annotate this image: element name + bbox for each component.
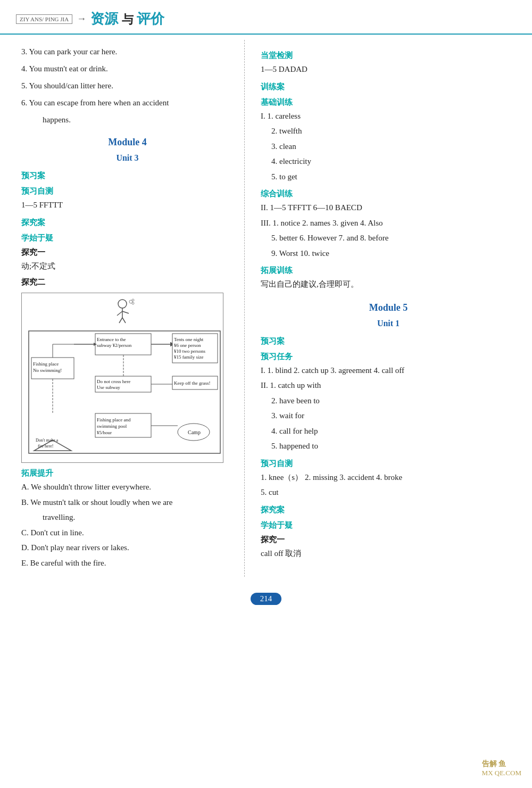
explore1-label: 探究一 [21, 247, 234, 258]
svg-text:¥15 family size: ¥15 family size [174, 354, 204, 360]
lianxi-label: 训练案 [261, 82, 516, 92]
svg-line-5 [122, 318, 126, 323]
svg-text:swimming pool: swimming pool [97, 424, 127, 429]
title-black: 评价 [137, 11, 164, 27]
explore2-1-content: call off 取消 [261, 547, 516, 561]
header-arrow: → [77, 13, 86, 24]
expand-a: A. We shouldn't throw litter everywhere. [21, 480, 234, 494]
xueshi-label: 学始于疑 [21, 233, 234, 243]
item-4: 4. You mustn't eat or drink. [21, 62, 234, 75]
svg-text:No swimming!: No swimming! [33, 368, 62, 373]
unit3-title: Unit 3 [21, 153, 234, 163]
jichu-i3: 3. clean [261, 140, 516, 154]
preview2-task-i: I. 1. blind 2. catch up 3. agreement 4. … [261, 364, 516, 378]
preview2-label: 预习案 [261, 336, 516, 346]
svg-text:fire here!: fire here! [38, 444, 54, 449]
preview-self-test-label: 预习自测 [21, 186, 234, 196]
jichu-i1: I. 1. careless [261, 110, 516, 123]
svg-text:Tents one night: Tents one night [174, 337, 204, 342]
preview2-self-test-5: 5. cut [261, 486, 516, 500]
preview2-self-test-content: 1. knee（s） 2. missing 3. accident 4. bro… [261, 471, 516, 485]
item-6-cont: happens. [21, 113, 234, 126]
dangdang-label: 当堂检测 [261, 51, 516, 61]
explore1-content: 动;不定式 [21, 260, 234, 273]
module5-title: Module 5 [261, 302, 516, 313]
tuozhan-content: 写出自己的建议,合理即可。 [261, 278, 516, 292]
title-separator: 与 [122, 13, 134, 26]
jichu-label: 基础训练 [261, 97, 516, 107]
character-svg [106, 297, 138, 324]
svg-text:Camp: Camp [188, 429, 201, 435]
right-column: 当堂检测 1—5 DADAD 训练案 基础训练 I. 1. careless 2… [245, 40, 532, 577]
explore2-1-label: 探究一 [261, 535, 516, 545]
tuozhan-label: 拓展训练 [261, 266, 516, 276]
zonghe-label: 综合训练 [261, 189, 516, 199]
preview2-task-ii2: 2. have been to [261, 394, 516, 408]
item-3: 3. You can park your car here. [21, 45, 234, 58]
expand-c: C. Don't cut in line. [21, 526, 234, 540]
svg-point-0 [118, 300, 127, 308]
svg-text:subway  ¥2/person: subway ¥2/person [97, 343, 132, 348]
watermark: 告解 鱼 MX QE.COM [482, 759, 521, 777]
preview2-task-label: 预习任务 [261, 352, 516, 362]
expand-e: E. Be careful with the fire. [21, 557, 234, 570]
item-6: 6. You can escape from here when an acci… [21, 96, 234, 109]
preview2-task-ii5: 5. happened to [261, 439, 516, 453]
preview2-task-ii1: II. 1. catch up with [261, 379, 516, 393]
svg-line-4 [119, 318, 122, 323]
dangdang-answer: 1—5 DADAD [261, 63, 516, 77]
expand-label: 拓展提升 [21, 468, 234, 478]
preview-self-test-answer: 1—5 FFTTT [21, 198, 234, 212]
svg-text:Keep off the grass!: Keep off the grass! [174, 380, 211, 386]
zonghe-iii3: 9. Worst 10. twice [261, 247, 516, 261]
expand-b: B. We mustn't talk or shout loudly when … [21, 496, 234, 510]
preview2-self-test-label: 预习自测 [261, 459, 516, 469]
zonghe-iii2: 5. better 6. However 7. and 8. before [261, 231, 516, 245]
svg-text:Don't make a: Don't make a [36, 438, 59, 443]
preview2-task-ii4: 4. call for help [261, 425, 516, 438]
svg-point-8 [132, 302, 134, 304]
svg-text:¥6 one person: ¥6 one person [174, 343, 201, 348]
svg-line-2 [117, 311, 122, 316]
title-cyan: 资源 [90, 11, 118, 27]
item-5: 5. You should/can litter here. [21, 79, 234, 92]
svg-text:¥5/hour: ¥5/hour [97, 430, 112, 435]
diagram-figure [26, 297, 219, 326]
expand-b-cont: travelling. [21, 511, 234, 525]
zonghe-iii1: III. 1. notice 2. names 3. given 4. Also [261, 217, 516, 230]
explore-label: 探究案 [21, 218, 234, 228]
zonghe-ii: II. 1—5 TFFTT 6—10 BAECD [261, 201, 516, 215]
diagram-svg: Entrance to the subway ¥2/person Tents o… [26, 328, 223, 456]
explore2-label: 探究案 [261, 505, 516, 515]
svg-point-7 [132, 299, 134, 301]
svg-text:¥10 two persons: ¥10 two persons [174, 349, 205, 354]
unit1-title: Unit 1 [261, 319, 516, 328]
module4-title: Module 4 [21, 137, 234, 148]
xueshi2-label: 学始于疑 [261, 520, 516, 530]
page-header: ZIY ANS/ PING JIA → 资源 与 评价 [0, 0, 532, 35]
content-wrapper: 3. You can park your car here. 4. You mu… [0, 40, 532, 577]
page-number: 214 [251, 593, 282, 605]
jichu-i5: 5. to get [261, 170, 516, 184]
svg-text:Entrance to the: Entrance to the [97, 337, 126, 342]
jichu-i4: 4. electricity [261, 155, 516, 169]
left-column: 3. You can park your car here. 4. You mu… [0, 40, 245, 577]
svg-text:Use subway: Use subway [97, 385, 120, 390]
preview2-task-ii3: 3. wait for [261, 409, 516, 423]
svg-text:Fishing place and: Fishing place and [97, 417, 131, 422]
header-logo: ZIY ANS/ PING JIA [16, 14, 72, 24]
header-title: 资源 与 评价 [90, 10, 164, 28]
svg-text:Do not cross here: Do not cross here [97, 379, 130, 384]
expand-d: D. Don't play near rivers or lakes. [21, 541, 234, 555]
jichu-i2: 2. twelfth [261, 125, 516, 138]
svg-text:Fishing place: Fishing place [33, 361, 59, 367]
diagram: Entrance to the subway ¥2/person Tents o… [21, 293, 223, 463]
svg-line-3 [122, 311, 129, 313]
preview-label: 预习案 [21, 171, 234, 181]
page-footer: 214 [0, 587, 532, 610]
explore2-label: 探究二 [21, 277, 234, 287]
